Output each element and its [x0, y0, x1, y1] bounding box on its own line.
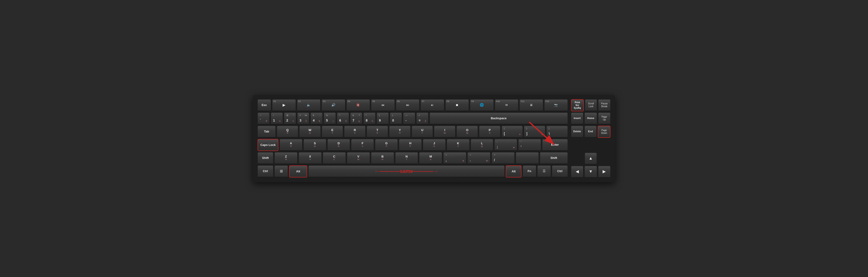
keyboard-main: Esc F1 ▶ F2 🔈 F3 🔊 F4 🔇	[257, 99, 568, 178]
key-menu[interactable]: ☰	[537, 165, 551, 177]
key-insert[interactable]: Insert	[571, 112, 583, 125]
key-f8[interactable]: F8 ⏹	[445, 99, 469, 111]
key-f4[interactable]: F4 🔇	[346, 99, 370, 111]
key-page-up[interactable]: PageUp	[598, 112, 611, 125]
key-slash[interactable]: ? / .	[492, 152, 515, 164]
key-f7[interactable]: F7 ⏯	[421, 99, 444, 111]
key-p[interactable]: PЗ	[479, 126, 500, 138]
key-enter[interactable]: Enter	[542, 139, 568, 151]
key-f6[interactable]: F6 ⏭	[396, 99, 420, 111]
key-backslash[interactable]: | \	[547, 126, 568, 138]
bottom-row: Ctrl ⊞ Alt ←————same————→ Alt Fn ☰ Ctrl	[257, 165, 568, 177]
key-bracket-left[interactable]: { [ Х	[502, 126, 523, 138]
key-h[interactable]: HР	[399, 139, 422, 151]
key-3[interactable]: #№ 3 Č	[297, 112, 309, 125]
key-q[interactable]: QЙ	[277, 126, 298, 138]
keyboard-right: Print ScrSysRq ScrollLock PauseBreak Ins…	[571, 99, 611, 178]
key-alt-right[interactable]: Alt	[506, 165, 522, 177]
key-ctrl-left[interactable]: Ctrl	[257, 165, 273, 177]
key-6[interactable]: ^ 6 Š	[337, 112, 349, 125]
key-arrow-right[interactable]: ▶	[598, 166, 611, 178]
key-shift-right[interactable]: Shift	[540, 152, 568, 164]
key-o[interactable]: OЩ	[457, 126, 478, 138]
key-9[interactable]: ( 9	[377, 112, 389, 125]
key-semicolon[interactable]: : ; Ж	[494, 139, 517, 151]
key-j[interactable]: JО	[423, 139, 445, 151]
key-delete[interactable]: Delete	[571, 126, 583, 138]
key-w[interactable]: WЦ	[299, 126, 321, 138]
key-v[interactable]: VМ	[347, 152, 370, 164]
key-1[interactable]: ! 1 А	[271, 112, 283, 125]
key-x[interactable]: XЧ	[299, 152, 321, 164]
key-capslock[interactable]: Caps Lock	[257, 139, 278, 151]
key-2[interactable]: @" 2 Ч	[284, 112, 296, 125]
key-b[interactable]: BИ	[371, 152, 394, 164]
key-comma[interactable]: < , Б	[443, 152, 466, 164]
key-alt-left[interactable]: Alt	[289, 165, 307, 177]
ins-home-pgup-row: Insert Home PageUp	[571, 112, 611, 125]
key-t[interactable]: TЕ	[367, 126, 388, 138]
key-z[interactable]: ZЯ	[275, 152, 298, 164]
key-f3[interactable]: F3 🔊	[321, 99, 345, 111]
key-a[interactable]: AФ	[280, 139, 302, 151]
key-f10[interactable]: F10 ✉	[495, 99, 519, 111]
key-arrow-left[interactable]: ◀	[571, 166, 583, 178]
key-m[interactable]: MЬ	[419, 152, 442, 164]
key-i[interactable]: IШ	[434, 126, 455, 138]
key-r[interactable]: RК	[344, 126, 366, 138]
key-5[interactable]: % 5 Į	[324, 112, 336, 125]
key-n[interactable]: NТ	[395, 152, 418, 164]
key-esc[interactable]: Esc	[257, 99, 271, 111]
key-f5[interactable]: F5 ⏮	[371, 99, 395, 111]
key-y[interactable]: YН	[389, 126, 410, 138]
key-print-screen[interactable]: Print ScrSysRq	[571, 99, 584, 111]
key-7[interactable]: &? 7 Ų	[350, 112, 362, 125]
key-k[interactable]: KЛ	[447, 139, 469, 151]
key-scroll-lock[interactable]: ScrollLock	[585, 99, 597, 111]
key-f2[interactable]: F2 🔈	[297, 99, 321, 111]
key-minus[interactable]: — -	[403, 112, 415, 125]
key-g[interactable]: GП	[375, 139, 398, 151]
key-f12[interactable]: F12 📷	[544, 99, 568, 111]
key-d[interactable]: DВ	[328, 139, 350, 151]
key-f1[interactable]: F1 ▶	[272, 99, 296, 111]
key-4[interactable]: $; 4 Ė	[310, 112, 322, 125]
key-page-down[interactable]: Page Down	[598, 126, 611, 138]
asdf-row: Caps Lock AФ SЫ DВ FА GП H	[257, 139, 568, 151]
function-row: Esc F1 ▶ F2 🔈 F3 🔊 F4 🔇	[257, 99, 568, 111]
key-shift-left[interactable]: Shift	[257, 152, 273, 164]
key-period[interactable]: > . Ю	[467, 152, 490, 164]
key-c[interactable]: CС	[323, 152, 346, 164]
key-ctrl-right[interactable]: Ctrl	[552, 165, 568, 177]
number-row: ~ ` Ё ! 1 А	[257, 112, 568, 125]
keyboard-wrapper: Esc F1 ▶ F2 🔈 F3 🔊 F4 🔇	[253, 95, 615, 182]
key-fn[interactable]: Fn	[523, 165, 536, 177]
key-f11[interactable]: F11 🖥	[520, 99, 543, 111]
key-e[interactable]: EУ	[322, 126, 343, 138]
key-0[interactable]: ) 0	[390, 112, 402, 125]
key-s[interactable]: SЫ	[304, 139, 326, 151]
key-arrow-up[interactable]: ▲	[585, 153, 597, 165]
key-f[interactable]: FА	[351, 139, 374, 151]
sys-keys-row: Print ScrSysRq ScrollLock PauseBreak	[571, 99, 611, 111]
key-u[interactable]: UГ	[412, 126, 433, 138]
key-tab[interactable]: Tab	[257, 126, 276, 138]
key-pause-break[interactable]: PauseBreak	[598, 99, 611, 111]
key-arrow-down[interactable]: ▼	[585, 166, 597, 178]
key-bracket-right[interactable]: } ] Ъ	[524, 126, 545, 138]
key-home[interactable]: Home	[585, 112, 597, 125]
key-f9[interactable]: F9 🌐	[470, 99, 494, 111]
key-comma2[interactable]: , .	[516, 152, 539, 164]
del-end-pgdn-row: Delete End Page Down	[571, 126, 611, 138]
arrow-bottom-row: ◀ ▼ ▶	[571, 166, 611, 178]
key-quote[interactable]: " ' ,	[518, 139, 541, 151]
arrow-up-row: ▲	[571, 153, 611, 165]
key-backtick[interactable]: ~ ` Ё	[257, 112, 270, 125]
key-8[interactable]: * 8 Ū	[364, 112, 375, 125]
key-equals[interactable]: + = Ž	[416, 112, 428, 125]
key-end[interactable]: End	[585, 126, 597, 138]
key-backspace[interactable]: Backspace	[430, 112, 568, 125]
key-win[interactable]: ⊞	[275, 165, 288, 177]
key-space[interactable]: ←————same————→	[308, 165, 504, 177]
key-l[interactable]: LД	[471, 139, 493, 151]
